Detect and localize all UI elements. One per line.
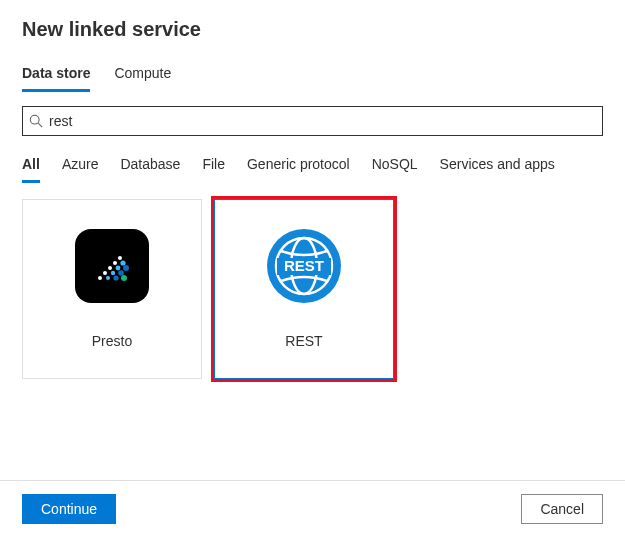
search-box[interactable] [22, 106, 603, 136]
filter-all[interactable]: All [22, 150, 40, 183]
filter-generic-protocol[interactable]: Generic protocol [247, 150, 350, 183]
card-rest-label: REST [285, 333, 322, 349]
svg-point-4 [108, 266, 112, 270]
filter-tabs: All Azure Database File Generic protocol… [22, 150, 603, 183]
connector-grid: Presto REST REST [22, 189, 603, 379]
cancel-button[interactable]: Cancel [521, 494, 603, 524]
svg-point-12 [118, 270, 124, 276]
svg-point-11 [113, 275, 118, 280]
svg-point-2 [98, 276, 102, 280]
filter-database[interactable]: Database [120, 150, 180, 183]
card-rest[interactable]: REST REST [214, 199, 394, 379]
filter-services-apps[interactable]: Services and apps [440, 150, 555, 183]
card-presto[interactable]: Presto [22, 199, 202, 379]
filter-file[interactable]: File [202, 150, 225, 183]
svg-point-8 [111, 271, 115, 275]
svg-text:REST: REST [284, 257, 324, 274]
svg-point-6 [118, 256, 122, 260]
search-input[interactable] [49, 113, 596, 129]
svg-point-10 [120, 260, 125, 265]
presto-icon [75, 229, 149, 303]
filter-nosql[interactable]: NoSQL [372, 150, 418, 183]
tab-data-store[interactable]: Data store [22, 59, 90, 92]
svg-point-5 [113, 261, 117, 265]
svg-point-13 [123, 265, 129, 271]
svg-point-3 [103, 271, 107, 275]
top-tabs: Data store Compute [22, 59, 603, 92]
svg-point-0 [30, 115, 39, 124]
footer-bar: Continue Cancel [0, 480, 625, 536]
filter-azure[interactable]: Azure [62, 150, 99, 183]
svg-point-7 [106, 276, 110, 280]
tab-compute[interactable]: Compute [114, 59, 171, 92]
search-icon [29, 114, 43, 128]
svg-line-1 [38, 123, 42, 127]
rest-icon: REST [267, 229, 341, 303]
svg-point-9 [116, 266, 121, 271]
continue-button[interactable]: Continue [22, 494, 116, 524]
card-presto-label: Presto [92, 333, 132, 349]
page-title: New linked service [22, 18, 603, 41]
svg-point-14 [121, 275, 127, 281]
